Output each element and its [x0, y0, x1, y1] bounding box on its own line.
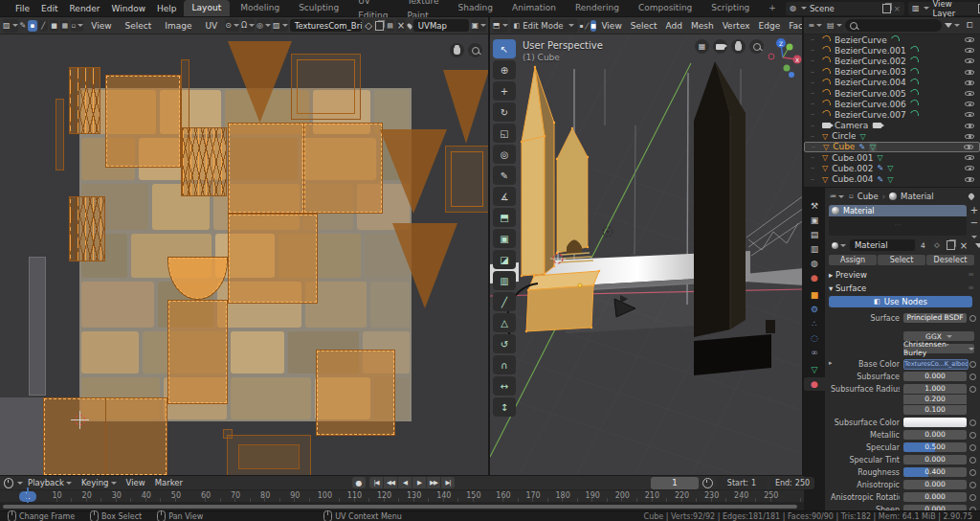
breadcrumb-data[interactable]: Material: [901, 192, 934, 201]
material-slot-list[interactable]: Material ⋯: [829, 205, 967, 236]
close-scene-icon[interactable]: ×: [894, 4, 901, 13]
pin-id-icon[interactable]: [968, 193, 975, 200]
uv-island[interactable]: [56, 99, 64, 170]
outliner-row[interactable]: –▽Circle▽: [804, 131, 980, 142]
editor-divider[interactable]: [488, 17, 490, 476]
end-frame-field[interactable]: End:250: [770, 477, 814, 489]
uv-menu-view[interactable]: View: [85, 17, 117, 34]
v3d-menu-vertex[interactable]: Vertex: [719, 17, 753, 34]
browse-material-button[interactable]: [829, 239, 848, 251]
material-name-field[interactable]: Material: [850, 239, 915, 251]
fake-user-shield-icon[interactable]: ◇: [931, 239, 943, 251]
tool-rotate[interactable]: ↻: [493, 102, 516, 122]
workspace-tab-modeling[interactable]: Modeling: [232, 0, 288, 16]
tab-modifiers[interactable]: ⚙: [804, 303, 825, 316]
color-swatch[interactable]: [903, 418, 967, 427]
editor-type-3d-button[interactable]: ⬒: [493, 19, 508, 33]
eye-icon[interactable]: [964, 34, 975, 45]
timeline-scrollbar[interactable]: [0, 503, 804, 510]
tool-annotate[interactable]: ✎: [493, 166, 516, 185]
uv-canvas[interactable]: [0, 34, 489, 476]
timeline-menu-view[interactable]: View: [122, 478, 150, 487]
value-slider[interactable]: 0.100: [903, 405, 967, 415]
tool-cursor[interactable]: ⊕: [493, 60, 516, 79]
keyframe-dot[interactable]: [969, 315, 976, 322]
uv-island[interactable]: [69, 67, 100, 134]
new-material-icon[interactable]: [945, 239, 956, 251]
outliner-row[interactable]: –BezierCurve.006: [804, 99, 980, 109]
uv-pan-button[interactable]: [450, 43, 464, 57]
outliner-filter-button[interactable]: [944, 19, 961, 32]
tool-shrink-fatten[interactable]: ↕: [493, 397, 516, 417]
start-frame-field[interactable]: Start:1: [717, 477, 767, 489]
value-slider[interactable]: 0.000: [903, 372, 967, 381]
keyframe-dot[interactable]: [969, 444, 976, 451]
uv-sticky-select-button[interactable]: ▫: [71, 20, 83, 32]
material-specials-button[interactable]: [973, 239, 980, 251]
tool-loop-cut[interactable]: ▥: [493, 271, 516, 290]
outliner-row[interactable]: –BezierCurve.003: [804, 67, 980, 78]
prev-keyframe-button[interactable]: ◀◀: [384, 477, 397, 488]
unlink-image-icon[interactable]: ×: [396, 19, 405, 32]
uv-menu-select[interactable]: Select: [120, 17, 158, 34]
editor-divider[interactable]: [804, 187, 980, 188]
outliner-row-active[interactable]: –▽Cube✎▽: [804, 142, 980, 152]
uv-menu-image[interactable]: Image: [159, 17, 197, 34]
face-select-button[interactable]: ■: [590, 20, 596, 32]
tool-scale[interactable]: ◱: [493, 124, 516, 143]
next-keyframe-button[interactable]: ▶▶: [427, 477, 440, 488]
tab-tool[interactable]: ⚒: [804, 199, 825, 213]
tab-scene[interactable]: ◍: [804, 257, 825, 270]
uv-island[interactable]: [303, 123, 383, 214]
eye-icon[interactable]: [964, 88, 975, 99]
image-name-field[interactable]: TexturesCom_Brick_...: [290, 19, 363, 32]
pan-view-button[interactable]: [731, 39, 746, 54]
unlink-material-icon[interactable]: ×: [958, 239, 969, 251]
menu-file[interactable]: File: [10, 0, 35, 17]
workspace-tab-layout[interactable]: Layout: [184, 0, 231, 16]
tab-object[interactable]: ■: [804, 288, 825, 302]
outliner-row[interactable]: –Camera: [804, 121, 980, 131]
eye-icon[interactable]: [964, 121, 975, 131]
timeline-menu-keying[interactable]: Keying: [77, 478, 122, 487]
editor-divider[interactable]: [802, 17, 804, 476]
eye-icon[interactable]: [964, 109, 975, 120]
outliner-row[interactable]: –BezierCurve.007: [804, 109, 980, 120]
keyframe-dot[interactable]: [969, 494, 976, 501]
uv-display-options-button[interactable]: ▣: [471, 19, 486, 32]
subsurface-method-dropdown[interactable]: Christensen-Burley: [903, 344, 974, 353]
v3d-menu-view[interactable]: View: [598, 17, 625, 34]
play-button[interactable]: ▶: [412, 477, 426, 488]
outliner-row[interactable]: –▽Cube.001▽: [804, 152, 980, 163]
current-frame-field[interactable]: 1: [651, 477, 699, 489]
browse-image-button[interactable]: ▨: [273, 19, 288, 32]
tool-extrude[interactable]: ⬒: [493, 208, 516, 227]
uv-island[interactable]: [182, 127, 227, 196]
outliner-display-mode-button[interactable]: ≡: [807, 19, 824, 32]
value-slider[interactable]: 0.200: [903, 395, 967, 404]
keyframe-dot[interactable]: [969, 482, 976, 488]
v3d-menu-select[interactable]: Select: [627, 17, 660, 34]
workspace-tab-animation[interactable]: Animation: [503, 0, 565, 16]
uv-island[interactable]: [228, 123, 304, 214]
outliner-row[interactable]: –▽Cube.002✎▽: [804, 163, 980, 173]
tab-world[interactable]: ●: [804, 271, 825, 284]
panel-preview[interactable]: ▸ Preview: [829, 270, 867, 280]
uv-2d-cursor[interactable]: [74, 414, 86, 426]
zoom-view-button[interactable]: [749, 39, 764, 54]
fake-user-shield-icon[interactable]: ◇: [364, 19, 372, 32]
outliner-row[interactable]: –▽Cube.004✎▽: [804, 173, 980, 184]
add-workspace-button[interactable]: +: [760, 0, 785, 16]
workspace-tab-sculpting[interactable]: Sculpting: [290, 0, 347, 16]
snapping-magnet-button[interactable]: Ω: [241, 19, 255, 32]
navigation-gizmo[interactable]: Z X: [764, 36, 802, 79]
uv-island[interactable]: [43, 397, 167, 476]
tool-move[interactable]: +: [493, 81, 516, 101]
tool-measure[interactable]: ∡: [493, 187, 516, 206]
uv-island[interactable]: [316, 350, 395, 436]
viewport-canvas[interactable]: ↖ ⊕ + ↻ ◱ ◎ ✎ ∡ ⬒ ▣ ◪ ▥ ╱ △ ↺ ∩ ↔ ↕ User…: [490, 34, 804, 476]
value-slider[interactable]: 0.400: [903, 467, 967, 477]
v3d-menu-edge[interactable]: Edge: [755, 17, 784, 34]
menu-render[interactable]: Render: [64, 0, 106, 17]
value-slider[interactable]: 0.000: [903, 430, 967, 440]
